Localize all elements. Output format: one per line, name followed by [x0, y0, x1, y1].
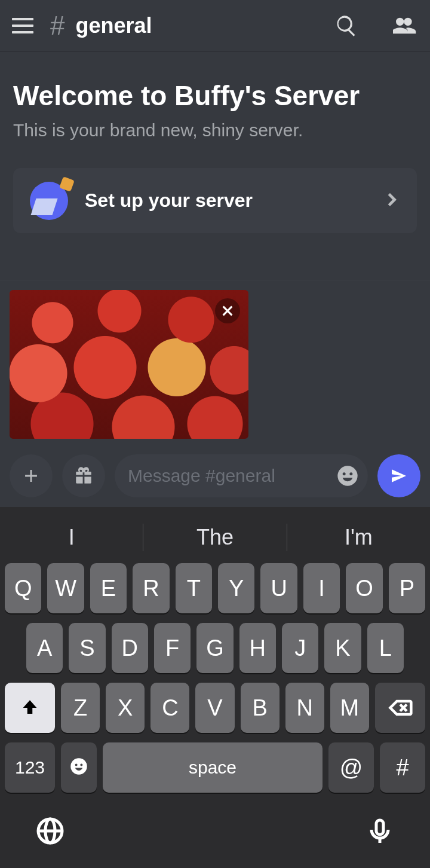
keyboard-suggestions: I The I'm	[0, 512, 430, 563]
keyboard-bottom-bar	[0, 802, 430, 868]
key-h[interactable]: H	[239, 623, 276, 673]
key-t[interactable]: T	[176, 563, 212, 613]
key-g[interactable]: G	[196, 623, 233, 673]
key-y[interactable]: Y	[218, 563, 254, 613]
suggestion-1[interactable]: I	[0, 525, 143, 550]
space-key[interactable]: space	[103, 742, 322, 793]
channel-title[interactable]: # general	[50, 11, 152, 41]
key-f[interactable]: F	[154, 623, 191, 673]
backspace-key[interactable]	[375, 683, 425, 733]
emoji-picker-button[interactable]	[336, 464, 360, 488]
message-composer	[0, 448, 430, 507]
setup-server-card[interactable]: Set up your server	[13, 168, 417, 234]
send-button[interactable]	[377, 454, 420, 497]
key-u[interactable]: U	[260, 563, 297, 613]
key-p[interactable]: P	[389, 563, 425, 613]
key-s[interactable]: S	[69, 623, 105, 673]
svg-point-9	[80, 763, 82, 766]
keyboard-row-2: A S D F G H J K L	[0, 623, 430, 673]
keyboard-row-3: Z X C V B N M	[0, 683, 430, 733]
suggestion-2[interactable]: The	[143, 525, 286, 550]
message-input-wrapper	[115, 454, 368, 497]
svg-point-8	[75, 763, 78, 766]
search-icon[interactable]	[333, 13, 360, 39]
keyboard-row-4: 123 space @ #	[0, 742, 430, 793]
key-o[interactable]: O	[346, 563, 382, 613]
add-attachment-button[interactable]	[10, 454, 53, 497]
key-i[interactable]: I	[303, 563, 340, 613]
emoji-keyboard-key[interactable]	[61, 742, 97, 793]
welcome-section: Welcome to Buffy's Server This is your b…	[0, 52, 430, 168]
key-k[interactable]: K	[324, 623, 361, 673]
key-r[interactable]: R	[133, 563, 169, 613]
menu-icon[interactable]	[12, 18, 36, 33]
emoji-face-icon	[70, 755, 88, 781]
suggestion-3[interactable]: I'm	[287, 525, 430, 550]
key-w[interactable]: W	[47, 563, 84, 613]
setup-label: Set up your server	[85, 190, 367, 212]
key-m[interactable]: M	[330, 683, 369, 733]
shift-key[interactable]	[5, 683, 55, 733]
hash-icon: #	[50, 11, 64, 41]
key-v[interactable]: V	[195, 683, 234, 733]
svg-rect-13	[376, 820, 383, 835]
at-key[interactable]: @	[328, 742, 374, 793]
chevron-right-icon	[383, 191, 400, 210]
welcome-subtitle: This is your brand new, shiny server.	[13, 120, 417, 140]
message-input[interactable]	[128, 466, 325, 486]
key-l[interactable]: L	[367, 623, 404, 673]
key-c[interactable]: C	[150, 683, 189, 733]
image-attachment-preview[interactable]	[10, 290, 248, 439]
keyboard-row-1: Q W E R T Y U I O P	[0, 563, 430, 613]
microphone-icon[interactable]	[366, 817, 394, 848]
key-q[interactable]: Q	[5, 563, 41, 613]
globe-icon[interactable]	[36, 817, 64, 848]
numbers-key[interactable]: 123	[5, 742, 55, 793]
key-n[interactable]: N	[285, 683, 324, 733]
key-x[interactable]: X	[106, 683, 145, 733]
hash-key[interactable]: #	[380, 742, 425, 793]
key-z[interactable]: Z	[61, 683, 100, 733]
svg-point-3	[343, 472, 346, 475]
svg-point-4	[349, 472, 352, 475]
key-e[interactable]: E	[90, 563, 127, 613]
app-header: # general	[0, 0, 430, 52]
key-b[interactable]: B	[241, 683, 280, 733]
channel-name-label: general	[75, 13, 152, 38]
welcome-title: Welcome to Buffy's Server	[13, 82, 417, 109]
members-icon[interactable]	[392, 13, 418, 39]
key-a[interactable]: A	[26, 623, 63, 673]
key-d[interactable]: D	[112, 623, 148, 673]
on-screen-keyboard: I The I'm Q W E R T Y U I O P A S D F G …	[0, 507, 430, 868]
svg-point-7	[70, 758, 87, 775]
svg-point-2	[337, 466, 357, 485]
remove-attachment-button[interactable]	[215, 298, 240, 323]
setup-icon	[30, 182, 68, 220]
key-j[interactable]: J	[282, 623, 318, 673]
gift-button[interactable]	[62, 454, 105, 497]
